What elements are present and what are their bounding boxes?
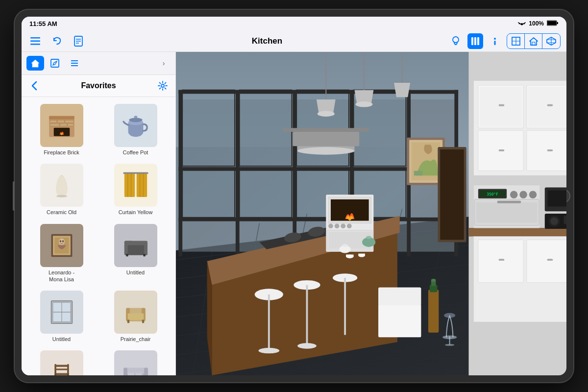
svg-rect-135	[528, 87, 566, 127]
svg-rect-115	[293, 90, 296, 257]
view-mode-group	[507, 33, 561, 49]
svg-point-55	[59, 238, 65, 245]
svg-point-197	[347, 223, 352, 228]
list-item[interactable]: Leonardo - Mona Lisa	[25, 221, 98, 286]
svg-rect-64	[143, 254, 145, 256]
svg-rect-90	[135, 373, 142, 375]
list-item[interactable]: Untitled	[25, 288, 98, 345]
viewport[interactable]: 350°F	[176, 52, 566, 375]
floorplan-view-button[interactable]	[507, 34, 525, 49]
items-grid: Fireplace Brick	[22, 97, 175, 375]
svg-rect-114	[236, 90, 240, 257]
svg-rect-176	[268, 294, 270, 351]
svg-rect-12	[471, 37, 473, 45]
sidebar-expand-button[interactable]: ›	[157, 56, 171, 70]
item-thumbnail	[40, 291, 83, 334]
svg-rect-14	[477, 37, 479, 45]
svg-point-56	[59, 240, 61, 242]
status-bar: 11:55 AM 100%	[22, 17, 566, 30]
side-button[interactable]	[13, 181, 15, 211]
svg-point-43	[134, 116, 137, 118]
item-label: Untitled	[52, 336, 71, 343]
sidebar-tab-home[interactable]	[26, 56, 44, 71]
list-item[interactable]: Fireplace Brick	[25, 101, 98, 159]
item-label: Leonardo - Mona Lisa	[49, 269, 74, 283]
house-view-button[interactable]	[525, 34, 542, 49]
document-button[interactable]	[71, 33, 86, 49]
list-item[interactable]: Ceramic Old	[25, 161, 98, 219]
svg-rect-20	[532, 42, 535, 45]
svg-rect-167	[564, 216, 566, 224]
svg-rect-227	[293, 132, 359, 146]
lightbulb-button[interactable]	[448, 33, 464, 49]
svg-rect-138	[499, 104, 505, 106]
svg-rect-16	[494, 41, 496, 45]
item-label: Prairie_chair	[121, 336, 151, 343]
svg-point-202	[366, 236, 372, 239]
svg-rect-13	[474, 37, 476, 45]
svg-rect-3	[30, 37, 40, 39]
svg-rect-33	[65, 120, 73, 122]
svg-rect-124	[240, 170, 292, 218]
svg-rect-36	[68, 123, 74, 126]
svg-rect-32	[57, 120, 64, 122]
battery-percentage: 100%	[529, 20, 544, 27]
3d-view-button[interactable]	[542, 34, 560, 49]
svg-rect-2	[547, 21, 556, 25]
sidebar-tab-list[interactable]	[66, 56, 83, 71]
info-button[interactable]	[487, 33, 503, 49]
list-item[interactable]: Untitled	[99, 221, 172, 286]
svg-rect-58	[124, 243, 147, 255]
svg-rect-207	[346, 254, 354, 256]
list-item[interactable]: Chair_002	[25, 347, 98, 375]
undo-button[interactable]	[49, 33, 65, 49]
svg-rect-145	[527, 240, 566, 282]
svg-point-166	[550, 218, 558, 225]
favorites-settings-button[interactable]	[156, 79, 170, 93]
svg-rect-140	[499, 149, 505, 151]
svg-marker-190	[394, 83, 410, 97]
svg-rect-129	[178, 218, 458, 221]
svg-rect-73	[127, 314, 144, 320]
svg-rect-146	[499, 259, 505, 261]
svg-rect-119	[182, 90, 235, 166]
list-item[interactable]: Curtain Yellow	[99, 161, 172, 219]
svg-point-180	[297, 343, 317, 349]
svg-rect-159	[548, 190, 566, 206]
toolbar-left	[27, 33, 86, 49]
svg-rect-142	[468, 228, 566, 236]
menu-button[interactable]	[27, 33, 43, 49]
svg-rect-182	[344, 278, 346, 335]
item-thumbnail	[114, 164, 157, 207]
back-button[interactable]	[27, 79, 41, 93]
svg-point-10	[453, 37, 459, 43]
svg-rect-51	[123, 172, 148, 174]
svg-rect-74	[127, 320, 129, 323]
svg-point-219	[445, 344, 454, 346]
sidebar-tab-edit[interactable]	[46, 56, 64, 71]
item-thumbnail	[114, 291, 157, 334]
svg-rect-213	[430, 285, 438, 293]
scene-3d: 350°F	[176, 52, 566, 375]
svg-rect-87	[123, 368, 127, 375]
sidebar-tabs: ›	[22, 52, 175, 75]
svg-rect-30	[49, 116, 74, 120]
list-item[interactable]: Coffee Pot	[99, 101, 172, 159]
list-item[interactable]: Prairie_chair	[99, 288, 172, 345]
sidebar: › Favorites	[22, 52, 176, 375]
svg-point-15	[494, 38, 496, 40]
svg-rect-35	[60, 123, 67, 126]
svg-rect-82	[54, 369, 69, 370]
library-button[interactable]	[467, 33, 483, 49]
svg-rect-211	[378, 287, 421, 305]
svg-point-185	[318, 111, 335, 117]
svg-point-28	[161, 84, 164, 87]
svg-point-152	[510, 191, 518, 198]
svg-point-177	[258, 348, 279, 354]
svg-rect-75	[142, 320, 144, 323]
svg-point-194	[328, 223, 333, 228]
svg-rect-46	[136, 173, 147, 197]
item-label: Ceramic Old	[47, 209, 76, 216]
list-item[interactable]: Sofa3x_amazing	[99, 347, 172, 375]
svg-rect-5	[30, 44, 40, 45]
